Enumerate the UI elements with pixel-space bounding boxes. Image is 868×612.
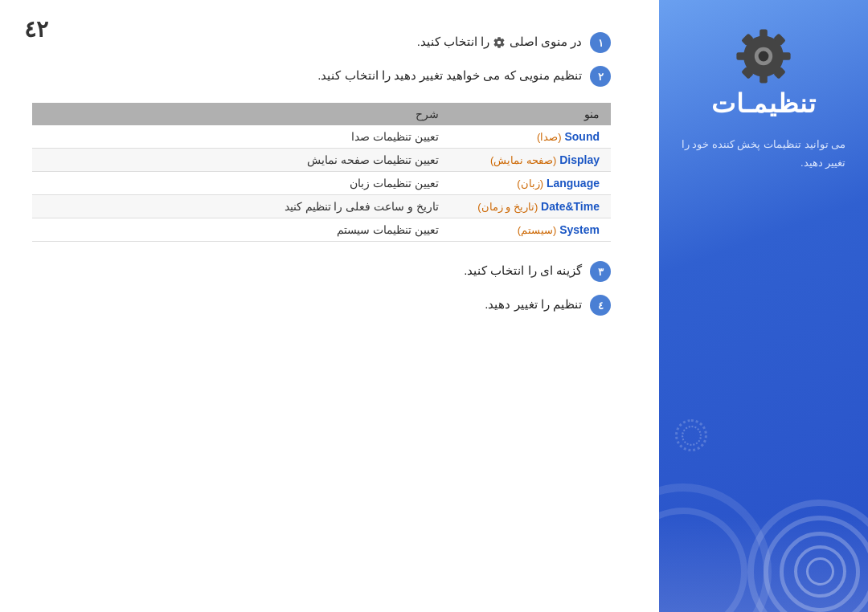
table-cell-menu: Language (زبان)	[450, 172, 611, 195]
step-3: ٣ گزینه ای را انتخاب کنید.	[32, 261, 611, 282]
menu-fa-2: (زبان)	[517, 177, 543, 190]
table-cell-desc: تاریخ و ساعت فعلی را تنظیم کنید	[32, 195, 450, 218]
step-badge-4: ٤	[590, 295, 611, 316]
gear-icon-inline	[493, 36, 506, 49]
table-cell-menu: Display (صفحه نمایش)	[450, 149, 611, 172]
table-row: System (سیستم)تعیین تنظیمات سیستم	[32, 218, 611, 242]
step-2: ٢ تنظیم منویی که می خواهید تغییر دهید را…	[32, 66, 611, 87]
svg-rect-2	[736, 52, 747, 60]
step-4: ٤ تنظیم را تغییر دهید.	[32, 295, 611, 316]
step-badge-1: ١	[590, 32, 611, 53]
decorative-circles	[659, 355, 868, 612]
svg-point-9	[759, 51, 769, 62]
table-cell-desc: تعیین تنظیمات صفحه نمایش	[32, 149, 450, 172]
menu-en-1: Display	[559, 153, 600, 166]
sidebar: تنظیمـات می توانید تنظیمات پخش کننده خود…	[659, 0, 868, 612]
svg-rect-1	[760, 73, 768, 84]
step-1-text: در منوی اصلی را انتخاب کنید.	[417, 32, 582, 51]
table-header-menu: منو	[450, 103, 611, 125]
svg-rect-0	[760, 29, 768, 39]
menu-en-4: System	[559, 223, 600, 236]
step-2-text: تنظیم منویی که می خواهید تغییر دهید را ا…	[317, 66, 582, 85]
steps-bottom: ٣ گزینه ای را انتخاب کنید. ٤ تنظیم را تغ…	[32, 261, 611, 316]
table-cell-desc: تعیین تنظیمات زبان	[32, 172, 450, 195]
sidebar-title: تنظیمـات	[711, 88, 817, 119]
table-row: Sound (صدا)تعیین تنظیمات صدا	[32, 125, 611, 149]
table-row: Date&Time (تاریخ و زمان)تاریخ و ساعت فعل…	[32, 195, 611, 218]
table-cell-desc: تعیین تنظیمات سیستم	[32, 218, 450, 242]
step-4-text: تنظیم را تغییر دهید.	[485, 295, 582, 314]
deco-circle-small-2	[682, 426, 702, 446]
step-3-text: گزینه ای را انتخاب کنید.	[464, 261, 582, 280]
menu-en-3: Date&Time	[541, 200, 600, 213]
table-cell-menu: System (سیستم)	[450, 218, 611, 242]
step-1: ١ در منوی اصلی را انتخاب کنید.	[32, 32, 611, 53]
menu-en-0: Sound	[564, 130, 600, 143]
sidebar-description: می توانید تنظیمات پخش کننده خود را تغییر…	[665, 135, 862, 173]
svg-rect-3	[780, 52, 791, 60]
menu-fa-3: (تاریخ و زمان)	[477, 201, 538, 213]
settings-table: منو شرح Sound (صدا)تعیین تنظیمات صداDisp…	[32, 103, 611, 242]
table-cell-menu: Date&Time (تاریخ و زمان)	[450, 195, 611, 218]
page-number: ٤٢	[24, 16, 48, 43]
menu-fa-4: (سیستم)	[518, 224, 557, 236]
content-area: ٤٢ ١ در منوی اصلی را انتخاب کنید. ٢ تنظی…	[0, 0, 659, 612]
gear-large-icon	[731, 24, 796, 88]
table-cell-menu: Sound (صدا)	[450, 125, 611, 149]
table-cell-desc: تعیین تنظیمات صدا	[32, 125, 450, 149]
step-badge-3: ٣	[590, 261, 611, 282]
table-header-desc: شرح	[32, 103, 450, 125]
table-row: Display (صفحه نمایش)تعیین تنظیمات صفحه ن…	[32, 149, 611, 172]
deco-circle-5	[806, 557, 834, 585]
menu-en-2: Language	[547, 177, 600, 190]
menu-fa-0: (صدا)	[537, 131, 562, 143]
table-row: Language (زبان)تعیین تنظیمات زبان	[32, 172, 611, 195]
menu-fa-1: (صفحه نمایش)	[490, 154, 556, 166]
step-badge-2: ٢	[590, 66, 611, 87]
